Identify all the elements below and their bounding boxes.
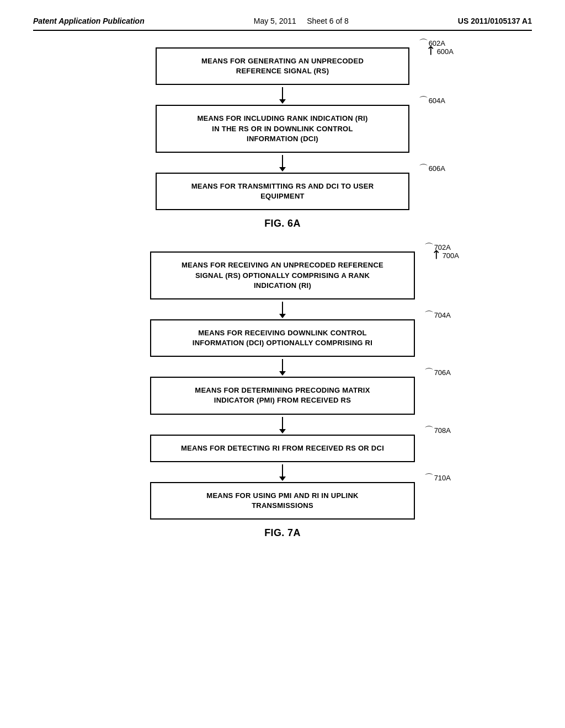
fig6a-ref1: ⌒ 602A [419, 39, 445, 48]
fig7a-box5-wrapper: ⌒ 710A MEANS FOR USING PMI AND RI IN UPL… [150, 482, 415, 520]
fig6a-box2: MEANS FOR INCLUDING RANK INDICATION (RI)… [156, 105, 409, 153]
fig6a-ref2: ⌒ 604A [419, 96, 445, 105]
fig7a-outer-label: ↗ 700A [431, 251, 459, 261]
patent-page: Patent Application Publication May 5, 20… [0, 0, 565, 728]
fig7a-box3-wrapper: ⌒ 706A MEANS FOR DETERMINING PRECODING M… [150, 377, 415, 414]
fig7a-ref3: ⌒ 706A [424, 368, 451, 377]
fig7a-box3: MEANS FOR DETERMINING PRECODING MATRIXIN… [150, 377, 415, 414]
fig6a-caption: FIG. 6A [264, 218, 301, 229]
fig7a-arrow1 [150, 299, 415, 319]
fig7a-ref4: ⌒ 708A [424, 426, 451, 435]
fig7a-caption: FIG. 7A [264, 527, 301, 539]
fig7a-arrow3 [150, 415, 415, 435]
fig6a-box1-wrapper: ⌒ 602A MEANS FOR GENERATING AN UNPRECODE… [156, 47, 409, 85]
fig7a-ref2: ⌒ 704A [424, 311, 451, 320]
fig6a-box3-wrapper: ⌒ 606A MEANS FOR TRANSMITTING RS AND DCI… [156, 173, 409, 210]
fig6a-box3: MEANS FOR TRANSMITTING RS AND DCI TO USE… [156, 173, 409, 210]
fig7a-arrow4 [150, 462, 415, 482]
arrow2 [156, 153, 409, 173]
main-content: ↗ 600A ⌒ 602A MEANS FOR GENERATING AN UN… [33, 47, 532, 555]
arrow1 [156, 85, 409, 105]
fig7a-box4-wrapper: ⌒ 708A MEANS FOR DETECTING RI FROM RECEI… [150, 435, 415, 462]
fig6a-outer-label: ↗ 600A [425, 47, 454, 57]
header-center: May 5, 2011 Sheet 6 of 8 [254, 17, 349, 25]
header-right: US 2011/0105137 A1 [458, 17, 532, 25]
fig7a-section: ↗ 700A ⌒ 702A MEANS FOR RECEIVING AN UNP… [33, 251, 532, 544]
fig6a-section: ↗ 600A ⌒ 602A MEANS FOR GENERATING AN UN… [33, 47, 532, 235]
fig7a-arrow2 [150, 357, 415, 377]
fig7a-box5: MEANS FOR USING PMI AND RI IN UPLINKTRAN… [150, 482, 415, 520]
header-left: Patent Application Publication [33, 17, 145, 25]
fig7a-box1-wrapper: ⌒ 702A MEANS FOR RECEIVING AN UNPRECODED… [150, 251, 415, 299]
fig7a-ref1: ⌒ 702A [424, 243, 451, 252]
fig7a-box2-wrapper: ⌒ 704A MEANS FOR RECEIVING DOWNLINK CONT… [150, 319, 415, 357]
fig6a-ref3: ⌒ 606A [419, 164, 445, 173]
fig6a-box1: MEANS FOR GENERATING AN UNPRECODEDREFERE… [156, 47, 409, 85]
header-sheet: Sheet 6 of 8 [307, 17, 349, 25]
fig7a-ref5: ⌒ 710A [424, 473, 451, 483]
fig7a-box2: MEANS FOR RECEIVING DOWNLINK CONTROLINFO… [150, 319, 415, 357]
fig6a-box2-wrapper: ⌒ 604A MEANS FOR INCLUDING RANK INDICATI… [156, 105, 409, 153]
page-header: Patent Application Publication May 5, 20… [33, 17, 532, 31]
header-date: May 5, 2011 [254, 17, 296, 25]
fig7a-box4: MEANS FOR DETECTING RI FROM RECEIVED RS … [150, 435, 415, 462]
fig7a-box1: MEANS FOR RECEIVING AN UNPRECODED REFERE… [150, 251, 415, 299]
